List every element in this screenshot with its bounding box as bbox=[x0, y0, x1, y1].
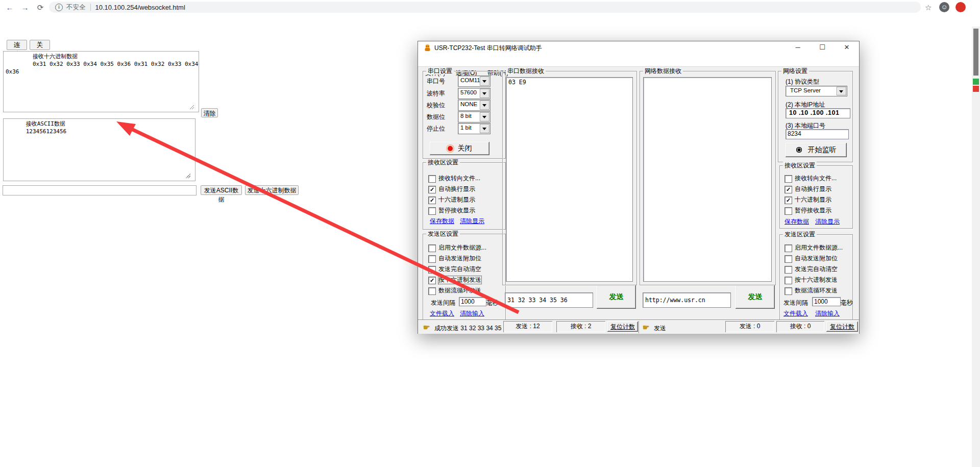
maximize-icon[interactable]: ☐ bbox=[810, 41, 835, 54]
auto-wrap-checkbox[interactable]: ✓ bbox=[428, 186, 436, 193]
start-listen-button[interactable]: 开始监听 bbox=[786, 143, 847, 157]
pause-recv-checkbox[interactable] bbox=[428, 207, 436, 215]
send-settings-left-title: 发送区设置 bbox=[426, 230, 460, 237]
serial-status-text: 成功发送 31 32 33 34 35 bbox=[434, 325, 502, 332]
bookmark-star-icon[interactable]: ☆ bbox=[925, 3, 934, 12]
app-menubar: 文件(F) 选项(O) 帮助(H) bbox=[418, 54, 859, 67]
chevron-down-icon[interactable] bbox=[480, 101, 489, 110]
parity-select[interactable]: NONE bbox=[458, 100, 491, 111]
send-text-input[interactable] bbox=[3, 185, 197, 195]
send-as-hex-checkbox[interactable] bbox=[785, 277, 792, 284]
load-file-link[interactable]: 文件载入 bbox=[430, 309, 454, 318]
send-hex-button[interactable]: 发送十六进制数据 bbox=[245, 185, 299, 195]
hex-receive-textarea[interactable]: 接收十六进制数据 0x31 0x32 0x33 0x34 0x35 0x36 0… bbox=[3, 51, 199, 112]
clear-after-send-checkbox[interactable] bbox=[428, 266, 436, 274]
file-data-source-checkbox[interactable] bbox=[428, 244, 436, 252]
network-reset-count-button[interactable]: 复位计数 bbox=[826, 322, 858, 332]
clear-display-link[interactable]: 清除显示 bbox=[460, 217, 484, 226]
avatar-icon[interactable]: ☺ bbox=[939, 2, 949, 12]
auto-send-suffix-checkbox[interactable] bbox=[785, 255, 792, 263]
send-interval-input[interactable] bbox=[812, 297, 841, 306]
hex-display-label: 十六进制显示 bbox=[438, 196, 475, 204]
network-send-input[interactable] bbox=[643, 292, 731, 308]
resize-handle-icon[interactable] bbox=[185, 173, 190, 178]
clear-display-link[interactable]: 清除显示 bbox=[815, 217, 840, 226]
clear-after-send-label: 发送完自动清空 bbox=[795, 265, 838, 273]
connect-button[interactable]: 连接 bbox=[7, 40, 27, 50]
close-icon[interactable]: ✕ bbox=[835, 41, 859, 54]
serial-reset-count-button[interactable]: 复位计数 bbox=[607, 322, 638, 332]
reload-icon[interactable]: ⟳ bbox=[36, 3, 45, 12]
minimize-icon[interactable]: ─ bbox=[786, 41, 810, 54]
chevron-down-icon[interactable] bbox=[837, 87, 846, 95]
chevron-down-icon[interactable] bbox=[480, 89, 489, 98]
page-scrollbar[interactable] bbox=[972, 27, 980, 467]
stop-bits-select[interactable]: 1 bit bbox=[458, 123, 491, 134]
chevron-down-icon[interactable] bbox=[480, 124, 489, 133]
clear-input-link[interactable]: 清除输入 bbox=[460, 309, 484, 318]
save-data-link[interactable]: 保存数据 bbox=[430, 217, 454, 226]
pause-recv-label: 暂停接收显示 bbox=[438, 207, 475, 214]
baud-rate-label: 波特率 bbox=[427, 90, 445, 97]
loop-send-checkbox[interactable] bbox=[785, 287, 792, 295]
clear-input-link[interactable]: 清除输入 bbox=[815, 309, 840, 318]
hex-display-checkbox[interactable]: ✓ bbox=[785, 196, 792, 204]
auto-wrap-checkbox[interactable]: ✓ bbox=[785, 186, 792, 193]
send-interval-unit: 毫秒 bbox=[486, 299, 499, 306]
disconnect-button[interactable]: 关闭 bbox=[30, 40, 50, 50]
network-send-button[interactable]: 发送 bbox=[736, 285, 775, 309]
serial-send-input[interactable] bbox=[505, 292, 593, 308]
loop-send-label: 数据流循环发送 bbox=[438, 287, 481, 294]
pause-recv-checkbox[interactable] bbox=[785, 207, 792, 215]
serial-send-button[interactable]: 发送 bbox=[597, 285, 636, 309]
address-bar[interactable]: i 不安全 10.10.100.254/websocket.html bbox=[49, 2, 921, 13]
scrollbar-thumb[interactable] bbox=[973, 29, 978, 76]
forward-icon[interactable]: → bbox=[20, 3, 30, 12]
url-text[interactable]: 10.10.100.254/websocket.html bbox=[95, 4, 185, 11]
auto-send-suffix-label: 自动发送附加位 bbox=[438, 255, 481, 262]
file-data-source-checkbox[interactable] bbox=[785, 244, 792, 252]
local-ip-field[interactable]: 10 .10 .100 .101 bbox=[786, 108, 850, 118]
resize-handle-icon[interactable] bbox=[189, 104, 194, 109]
recv-to-file-checkbox[interactable] bbox=[428, 175, 436, 183]
network-recv-count: 接收 : 0 bbox=[776, 321, 824, 332]
load-file-link[interactable]: 文件载入 bbox=[783, 309, 808, 318]
serial-close-button[interactable]: 关闭 bbox=[430, 142, 489, 155]
recv-settings-right-title: 接收区设置 bbox=[783, 162, 817, 169]
loop-send-checkbox[interactable] bbox=[428, 287, 436, 295]
hex-display-checkbox[interactable]: ✓ bbox=[428, 196, 436, 204]
parity-label: 校验位 bbox=[427, 102, 445, 109]
chevron-down-icon[interactable] bbox=[480, 112, 489, 121]
info-icon[interactable]: i bbox=[55, 4, 63, 11]
send-interval-input[interactable] bbox=[459, 297, 486, 306]
clear-after-send-checkbox[interactable] bbox=[785, 266, 792, 274]
network-receive-title: 网络数据接收 bbox=[643, 67, 683, 75]
back-icon[interactable]: ← bbox=[5, 3, 14, 12]
data-bits-select[interactable]: 8 bit bbox=[458, 111, 491, 122]
app-titlebar[interactable]: USR-TCP232-Test 串口转网络调试助手 ─ ☐ ✕ bbox=[418, 41, 859, 55]
baud-rate-select[interactable]: 57600 bbox=[458, 88, 491, 99]
send-ascii-button[interactable]: 发送ASCII数据 bbox=[201, 185, 242, 195]
data-bits-label: 数据位 bbox=[427, 113, 445, 120]
local-port-field[interactable]: 8234 bbox=[786, 129, 849, 139]
recv-to-file-checkbox[interactable] bbox=[785, 175, 792, 183]
protocol-type-label: (1) 协议类型 bbox=[786, 78, 819, 85]
save-data-link[interactable]: 保存数据 bbox=[785, 217, 809, 226]
statusbar-divider bbox=[639, 321, 640, 333]
serial-receive-textarea[interactable]: 03 E9 bbox=[506, 77, 633, 282]
send-settings-right-title: 发送区设置 bbox=[783, 231, 817, 238]
network-receive-textarea[interactable] bbox=[643, 77, 772, 282]
chevron-down-icon[interactable] bbox=[480, 77, 489, 86]
browser-update-badge[interactable] bbox=[955, 2, 966, 12]
pointing-hand-icon: ☛ bbox=[423, 324, 430, 332]
ascii-receive-textarea[interactable]: 接收ASCII数据 123456123456 bbox=[3, 118, 195, 181]
clear-button[interactable]: 清除 bbox=[201, 108, 218, 117]
com-port-select[interactable]: COM11 bbox=[458, 76, 491, 87]
pause-recv-label: 暂停接收显示 bbox=[795, 207, 831, 214]
recv-settings-left-title: 接收区设置 bbox=[426, 159, 460, 166]
app-statusbar: ☛ 成功发送 31 32 33 34 35 发送 : 12 接收 : 2 复位计… bbox=[418, 320, 859, 334]
send-as-hex-checkbox[interactable]: ✓ bbox=[428, 277, 436, 284]
auto-send-suffix-checkbox[interactable] bbox=[428, 255, 436, 263]
protocol-type-select[interactable]: TCP Server bbox=[786, 86, 847, 96]
serial-open-indicator-icon bbox=[448, 146, 453, 151]
